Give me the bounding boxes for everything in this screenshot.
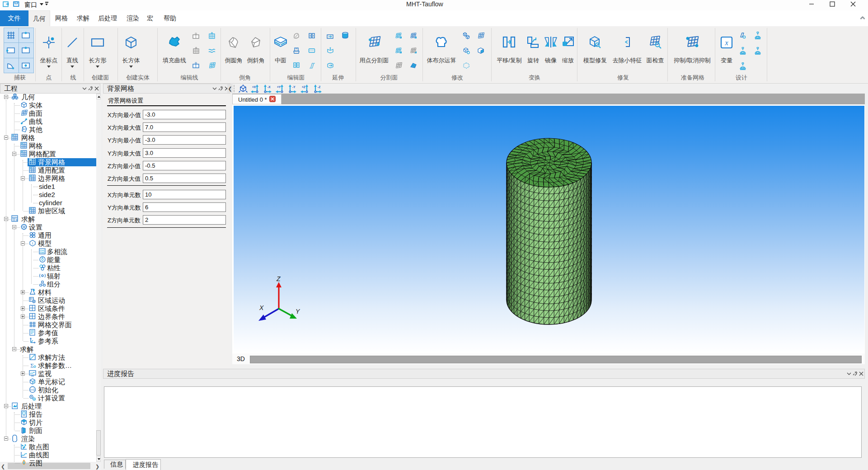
svg-text:+Z: +Z — [302, 85, 305, 89]
svg-text:t=0: t=0 — [30, 388, 35, 391]
svg-text:Σ: Σ — [30, 362, 34, 369]
svg-text:∬: ∬ — [310, 62, 315, 69]
svg-text:+Y: +Y — [277, 85, 281, 89]
svg-text:x: x — [724, 39, 728, 47]
svg-text:X: X — [259, 304, 264, 311]
svg-text:+X: +X — [252, 85, 256, 89]
svg-text:Y: Y — [296, 308, 300, 315]
svg-text:x: x — [16, 218, 18, 222]
svg-text:t: t — [32, 241, 33, 245]
svg-text:-X: -X — [267, 85, 271, 89]
svg-text:-Y: -Y — [292, 85, 296, 89]
svg-text:-Z: -Z — [318, 85, 320, 89]
svg-text:Z: Z — [276, 275, 281, 282]
